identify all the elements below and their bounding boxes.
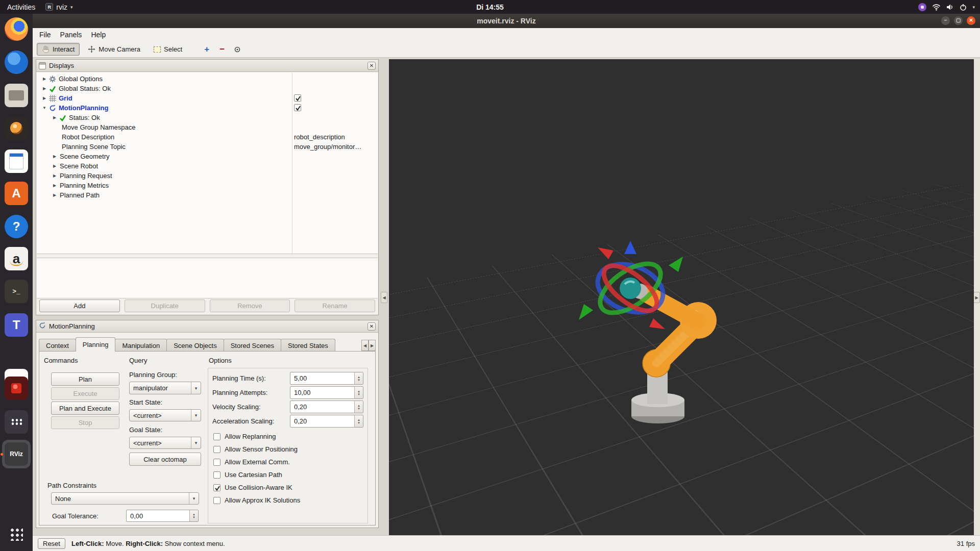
focus-camera-button[interactable] [231,43,243,56]
motionplanning-enabled-checkbox[interactable] [294,104,301,111]
velocity-scaling-input[interactable]: 0,20 ▲▼ [290,400,363,413]
tree-row-planned-path[interactable]: ▶ Planned Path [37,190,378,200]
use-cartesian-path-checkbox[interactable] [213,471,220,479]
activities-button[interactable]: Activities [7,3,35,11]
volume-icon[interactable] [946,4,954,11]
dock-item-firefox[interactable] [5,17,28,41]
dock-item-amazon[interactable]: a [5,247,28,270]
menu-help[interactable]: Help [86,29,110,40]
duplicate-button[interactable]: Duplicate [125,299,205,312]
reset-button[interactable]: Reset [38,538,65,549]
tree-row-motionplanning[interactable]: ▼ MotionPlanning [37,103,378,113]
expander-icon[interactable]: ▶ [51,115,58,120]
start-state-select[interactable]: <current> ▾ [129,409,201,421]
dock-item-teams[interactable]: T [5,313,28,337]
tree-row-planning-request[interactable]: ▶ Planning Request [37,171,378,181]
tab-scroll-right-button[interactable]: ▶ [369,340,376,351]
close-button[interactable]: ✕ [967,16,975,25]
splitter-handle-left[interactable]: ◀ [381,292,387,303]
maximize-button[interactable]: ▢ [954,16,963,25]
expander-icon[interactable]: ▶ [51,193,58,197]
plan-and-execute-button[interactable]: Plan and Execute [51,402,119,415]
allow-sensor-positioning-checkbox[interactable] [213,446,220,453]
goal-state-select[interactable]: <current> ▾ [129,437,201,449]
property-value[interactable]: robot_description [294,133,345,141]
tree-row-scene-geometry[interactable]: ▶ Scene Geometry [37,152,378,161]
tab-scroll-left-button[interactable]: ◀ [361,340,369,351]
dock-item-files[interactable] [5,84,28,107]
dock-item-help[interactable]: ? [5,215,28,238]
planning-attempts-input[interactable]: 10,00 ▲▼ [290,386,363,399]
spinner-buttons[interactable]: ▲▼ [354,387,363,398]
tab-manipulation[interactable]: Manipulation [115,339,167,352]
spinner-buttons[interactable]: ▲▼ [354,372,363,384]
add-button[interactable]: Add [39,299,120,312]
remove-button[interactable]: Remove [210,299,290,312]
dock-item-rviz[interactable]: RViz [5,442,28,466]
chevron-down-icon[interactable]: ▾ [972,5,975,10]
spinner-buttons[interactable]: ▲▼ [354,415,363,427]
expander-icon[interactable]: ▶ [41,96,48,101]
close-icon[interactable]: ✕ [368,62,376,70]
spinner-buttons[interactable]: ▲▼ [189,510,198,521]
tool-move-camera[interactable]: Move Camera [83,43,145,56]
displays-panel-header[interactable]: Displays ✕ [36,60,378,72]
stop-button[interactable]: Stop [51,416,119,429]
expander-icon[interactable]: ▼ [41,106,48,110]
goal-tolerance-input[interactable]: 0,00 ▲▼ [126,510,199,522]
rename-button[interactable]: Rename [295,299,375,312]
dock-item-app-dots[interactable] [5,410,28,434]
tab-context[interactable]: Context [39,339,76,352]
tree-row-robot-description[interactable]: Robot Description robot_description [37,132,378,142]
planning-group-select[interactable]: manipulator ▾ [129,382,201,394]
app-menu[interactable]: R rviz ▾ [45,3,72,11]
tree-row-status-ok[interactable]: ▶ Status: Ok [37,113,378,122]
dock-item-camera-app[interactable] [5,116,28,140]
tree-row-planning-scene-topic[interactable]: Planning Scene Topic move_group/monitor… [37,142,378,152]
use-collision-aware-ik-checkbox[interactable] [213,484,220,491]
tray-app-icon[interactable] [918,3,926,11]
expander-icon[interactable]: ▶ [51,154,58,159]
acceleration-scaling-input[interactable]: 0,20 ▲▼ [290,415,363,428]
3d-viewport[interactable] [389,59,974,535]
tab-stored-scenes[interactable]: Stored Scenes [224,339,281,352]
grid-enabled-checkbox[interactable] [294,94,301,102]
spinner-buttons[interactable]: ▲▼ [354,401,363,413]
close-icon[interactable]: ✕ [368,322,376,331]
expander-icon[interactable]: ▶ [51,173,58,178]
power-icon[interactable] [960,4,967,11]
clock[interactable]: Di 14:55 [476,3,504,11]
allow-external-comm-checkbox[interactable] [213,459,220,466]
expander-icon[interactable]: ▶ [51,183,58,188]
expander-icon[interactable]: ▶ [41,77,48,81]
dock-item-thunderbird[interactable] [5,51,28,74]
tree-row-global-status[interactable]: ▶ Global Status: Ok [37,84,378,93]
interactive-marker[interactable] [579,241,683,329]
tool-select[interactable]: Select [149,43,187,56]
path-constraints-select[interactable]: None ▾ [51,492,199,505]
minimize-button[interactable]: – [941,16,950,25]
dock-item-screen-recorder[interactable] [5,377,28,400]
menu-file[interactable]: File [35,29,56,40]
window-titlebar[interactable]: moveit.rviz - RViz – ▢ ✕ [33,14,980,28]
execute-button[interactable]: Execute [51,387,119,400]
tool-interact[interactable]: Interact [37,43,80,56]
tab-scene-objects[interactable]: Scene Objects [166,339,224,352]
plan-button[interactable]: Plan [51,372,119,386]
tree-row-planning-metrics[interactable]: ▶ Planning Metrics [37,181,378,190]
tree-row-move-group-namespace[interactable]: Move Group Namespace [37,122,378,132]
tab-planning[interactable]: Planning [76,337,116,352]
expander-icon[interactable]: ▶ [41,86,48,91]
property-value[interactable]: move_group/monitor… [294,143,361,151]
tree-row-global-options[interactable]: ▶ Global Options [37,74,378,84]
tab-stored-states[interactable]: Stored States [281,339,335,352]
dock-item-libreoffice-writer[interactable] [5,149,28,173]
wifi-icon[interactable] [932,4,941,11]
add-tool-button[interactable]: + [201,43,213,56]
expander-icon[interactable]: ▶ [51,164,58,168]
tree-row-grid[interactable]: ▶ Grid [37,93,378,103]
dock-item-terminal[interactable]: >_ [5,280,28,303]
allow-approx-ik-checkbox[interactable] [213,497,220,504]
planning-time-input[interactable]: 5,00 ▲▼ [290,372,363,385]
allow-replanning-checkbox[interactable] [213,433,220,440]
